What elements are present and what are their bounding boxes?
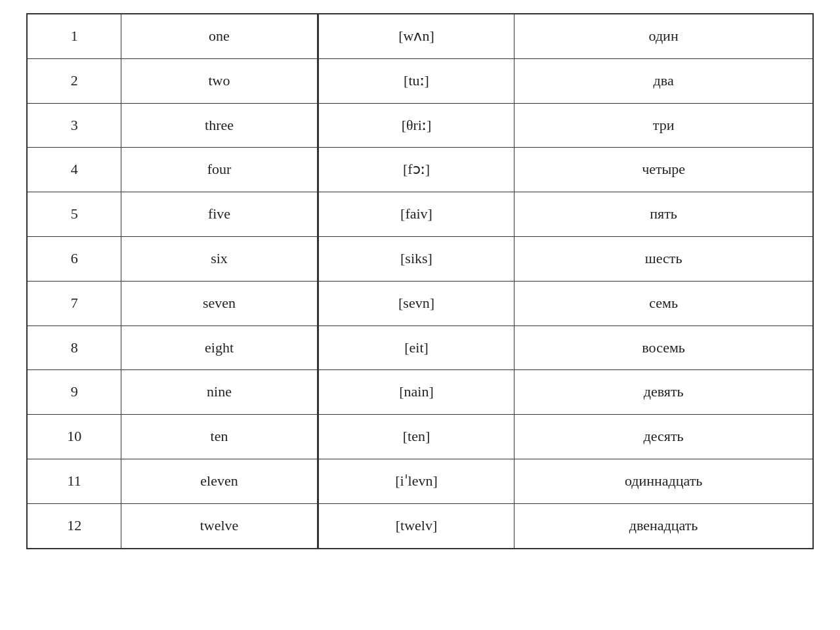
cell-transcription: [iˈlevn] [318, 459, 514, 503]
cell-number: 2 [27, 58, 121, 103]
cell-russian: одиннадцать [514, 459, 813, 503]
cell-transcription: [fɔː] [318, 148, 514, 192]
cell-number: 7 [27, 281, 121, 326]
table-row: 12twelve[twelv]двенадцать [27, 503, 813, 548]
cell-english: four [121, 148, 318, 192]
cell-russian: двенадцать [514, 503, 813, 548]
cell-english: ten [121, 415, 318, 459]
cell-transcription: [sevn] [318, 281, 514, 326]
table-row: 4four[fɔː]четыре [27, 148, 813, 192]
cell-transcription: [ten] [318, 415, 514, 459]
table-row: 1one[wʌn]один [27, 14, 813, 58]
numbers-table: 1one[wʌn]один2two[tuː]два3three[θriː]три… [26, 13, 814, 549]
cell-russian: четыре [514, 148, 813, 192]
numbers-table-wrapper: 1one[wʌn]один2two[tuː]два3three[θriː]три… [26, 13, 814, 549]
cell-number: 10 [27, 415, 121, 459]
cell-number: 8 [27, 326, 121, 370]
cell-english: one [121, 14, 318, 58]
cell-russian: один [514, 14, 813, 58]
cell-transcription: [twelv] [318, 503, 514, 548]
table-row: 5five[faiv]пять [27, 192, 813, 237]
cell-number: 5 [27, 192, 121, 237]
cell-russian: три [514, 103, 813, 148]
cell-number: 1 [27, 14, 121, 58]
cell-english: eight [121, 326, 318, 370]
cell-russian: пять [514, 192, 813, 237]
cell-number: 12 [27, 503, 121, 548]
cell-transcription: [θriː] [318, 103, 514, 148]
cell-english: two [121, 58, 318, 103]
cell-english: six [121, 236, 318, 281]
table-row: 3three[θriː]три [27, 103, 813, 148]
table-row: 10ten[ten]десять [27, 415, 813, 459]
cell-transcription: [faiv] [318, 192, 514, 237]
cell-number: 6 [27, 236, 121, 281]
cell-english: three [121, 103, 318, 148]
cell-russian: семь [514, 281, 813, 326]
cell-russian: девять [514, 370, 813, 415]
cell-transcription: [wʌn] [318, 14, 514, 58]
cell-english: twelve [121, 503, 318, 548]
cell-english: nine [121, 370, 318, 415]
cell-russian: два [514, 58, 813, 103]
cell-number: 9 [27, 370, 121, 415]
cell-russian: десять [514, 415, 813, 459]
cell-transcription: [siks] [318, 236, 514, 281]
cell-russian: шесть [514, 236, 813, 281]
table-row: 2two[tuː]два [27, 58, 813, 103]
cell-number: 4 [27, 148, 121, 192]
cell-transcription: [nain] [318, 370, 514, 415]
cell-number: 3 [27, 103, 121, 148]
cell-transcription: [tuː] [318, 58, 514, 103]
table-row: 7seven[sevn]семь [27, 281, 813, 326]
table-row: 6six[siks]шесть [27, 236, 813, 281]
cell-english: seven [121, 281, 318, 326]
table-row: 8eight[eit]восемь [27, 326, 813, 370]
cell-number: 11 [27, 459, 121, 503]
cell-english: five [121, 192, 318, 237]
cell-transcription: [eit] [318, 326, 514, 370]
table-row: 9nine[nain]девять [27, 370, 813, 415]
table-row: 11eleven[iˈlevn]одиннадцать [27, 459, 813, 503]
cell-russian: восемь [514, 326, 813, 370]
cell-english: eleven [121, 459, 318, 503]
